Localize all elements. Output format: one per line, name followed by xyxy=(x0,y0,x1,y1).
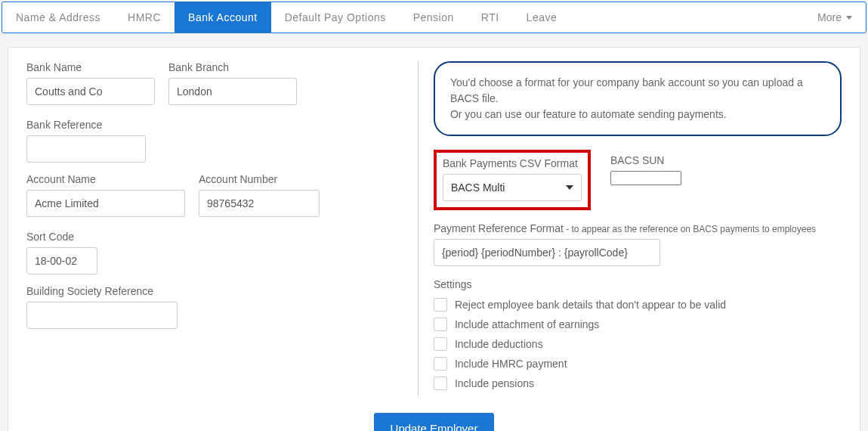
bank-name-input[interactable] xyxy=(26,78,155,105)
tab-bank-account[interactable]: Bank Account xyxy=(175,2,271,33)
tab-hmrc[interactable]: HMRC xyxy=(114,2,175,33)
chevron-down-icon xyxy=(566,185,573,190)
tab-more-label: More xyxy=(817,11,842,23)
tab-pension[interactable]: Pension xyxy=(400,2,468,33)
tab-more[interactable]: More xyxy=(804,2,866,33)
csv-format-label: Bank Payments CSV Format xyxy=(443,157,582,169)
include-attachment-checkbox[interactable] xyxy=(434,318,447,331)
chevron-down-icon xyxy=(846,16,852,20)
include-hmrc-checkbox[interactable] xyxy=(434,357,447,371)
tab-default-pay-options[interactable]: Default Pay Options xyxy=(271,2,400,33)
info-line-2: Or you can use our feature to automate s… xyxy=(450,107,825,122)
reject-invalid-checkbox[interactable] xyxy=(434,298,447,312)
setting-row: Reject employee bank details that don't … xyxy=(434,298,842,312)
settings-label: Settings xyxy=(434,278,842,290)
bacs-sun-input[interactable] xyxy=(610,171,681,185)
setting-label: Include HMRC payment xyxy=(455,358,567,370)
info-line-1: You'd choose a format for your company b… xyxy=(450,75,825,107)
include-deductions-checkbox[interactable] xyxy=(434,337,447,351)
left-column: Bank Name Bank Branch Bank Reference Acc… xyxy=(26,61,418,396)
csv-format-highlight: Bank Payments CSV Format BACS Multi xyxy=(434,150,591,210)
tabs-bar: Name & Address HMRC Bank Account Default… xyxy=(2,2,866,33)
bacs-sun-label: BACS SUN xyxy=(610,154,681,166)
update-employer-button[interactable]: Update Employer xyxy=(374,413,495,431)
tab-leave[interactable]: Leave xyxy=(513,2,571,33)
account-name-label: Account Name xyxy=(26,173,185,185)
setting-row: Include pensions xyxy=(434,377,842,390)
pref-sub: - to appear as the reference on BACS pay… xyxy=(564,224,816,234)
form-panel: Bank Name Bank Branch Bank Reference Acc… xyxy=(8,47,860,431)
bank-reference-input[interactable] xyxy=(26,135,146,163)
account-number-label: Account Number xyxy=(199,173,320,185)
right-column: You'd choose a format for your company b… xyxy=(418,61,842,396)
sort-code-input[interactable] xyxy=(26,247,97,274)
setting-row: Include HMRC payment xyxy=(434,357,842,371)
account-name-input[interactable] xyxy=(26,190,185,217)
sort-code-label: Sort Code xyxy=(26,231,97,243)
pref-label: Payment Reference Format xyxy=(434,222,564,234)
account-number-input[interactable] xyxy=(199,190,320,217)
bsr-input[interactable] xyxy=(26,302,178,329)
setting-row: Include deductions xyxy=(434,337,842,351)
bank-branch-label: Bank Branch xyxy=(168,61,297,73)
bank-reference-label: Bank Reference xyxy=(26,119,146,131)
include-pensions-checkbox[interactable] xyxy=(434,377,447,390)
tab-name-address[interactable]: Name & Address xyxy=(2,2,114,33)
tab-rti[interactable]: RTI xyxy=(468,2,513,33)
csv-format-value: BACS Multi xyxy=(451,181,505,194)
setting-row: Include attachment of earnings xyxy=(434,318,842,331)
setting-label: Include deductions xyxy=(455,338,543,350)
setting-label: Include attachment of earnings xyxy=(455,318,599,330)
payment-reference-input[interactable] xyxy=(434,239,660,266)
csv-format-select[interactable]: BACS Multi xyxy=(443,174,582,201)
bank-name-label: Bank Name xyxy=(26,61,155,73)
setting-label: Reject employee bank details that don't … xyxy=(455,299,726,311)
bsr-label: Building Society Reference xyxy=(26,285,178,297)
bank-branch-input[interactable] xyxy=(168,78,297,105)
info-callout: You'd choose a format for your company b… xyxy=(434,61,842,136)
setting-label: Include pensions xyxy=(455,377,534,389)
